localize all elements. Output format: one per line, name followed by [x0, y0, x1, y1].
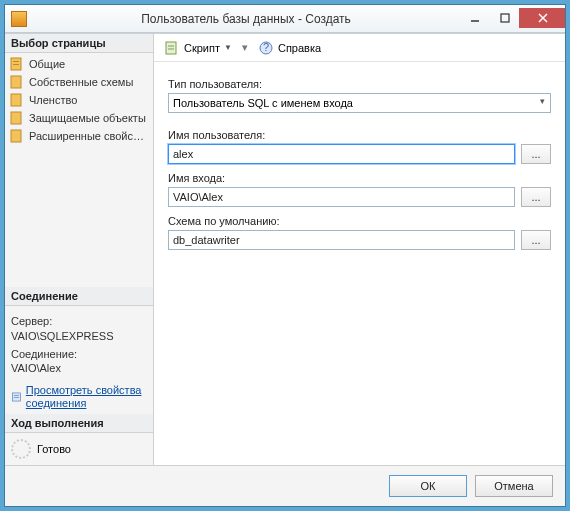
page-icon — [9, 110, 25, 126]
page-item-securables[interactable]: Защищаемые объекты — [5, 109, 153, 127]
connection-header: Соединение — [5, 287, 153, 306]
toolbar-separator: ▾ — [240, 41, 250, 54]
page-select-header: Выбор страницы — [5, 34, 153, 53]
svg-rect-8 — [11, 94, 21, 106]
server-value: VAIO\SQLEXPRESS — [11, 329, 147, 343]
chevron-down-icon: ▼ — [224, 43, 232, 52]
svg-text:?: ? — [263, 41, 269, 53]
view-connection-properties-link[interactable]: Просмотреть свойства соединения — [26, 384, 147, 410]
dialog-window: Пользователь базы данных - Создать Выбор… — [4, 4, 566, 507]
svg-rect-6 — [13, 64, 19, 65]
view-connection-properties[interactable]: Просмотреть свойства соединения — [5, 380, 153, 414]
svg-rect-14 — [166, 42, 176, 54]
toolbar: Скрипт ▼ ▾ ? Справка — [154, 34, 565, 62]
progress-block: Готово — [5, 433, 153, 465]
script-button[interactable]: Скрипт ▼ — [160, 38, 236, 58]
user-type-select[interactable]: Пользователь SQL с именем входа — [168, 93, 551, 113]
minimize-button[interactable] — [459, 8, 489, 28]
default-schema-browse-button[interactable]: ... — [521, 230, 551, 250]
server-label: Сервер: — [11, 314, 147, 328]
help-icon: ? — [258, 40, 274, 56]
user-name-browse-button[interactable]: ... — [521, 144, 551, 164]
user-type-label: Тип пользователя: — [168, 78, 551, 90]
form-area: Тип пользователя: Пользователь SQL с име… — [154, 62, 565, 258]
page-item-owned-schemas[interactable]: Собственные схемы — [5, 73, 153, 91]
svg-rect-12 — [14, 395, 19, 396]
page-item-membership[interactable]: Членство — [5, 91, 153, 109]
page-item-label: Защищаемые объекты — [29, 112, 146, 124]
dialog-footer: ОК Отмена — [5, 466, 565, 506]
connection-info: Сервер: VAIO\SQLEXPRESS Соединение: VAIO… — [5, 306, 153, 379]
connection-value: VAIO\Alex — [11, 361, 147, 375]
svg-rect-7 — [11, 76, 21, 88]
page-item-label: Собственные схемы — [29, 76, 133, 88]
page-icon — [9, 74, 25, 90]
page-icon — [9, 128, 25, 144]
connection-label: Соединение: — [11, 347, 147, 361]
user-name-label: Имя пользователя: — [168, 129, 551, 141]
user-name-input[interactable] — [168, 144, 515, 164]
svg-rect-1 — [501, 14, 509, 22]
page-item-label: Членство — [29, 94, 77, 106]
page-list: Общие Собственные схемы Членство Защищае… — [5, 53, 153, 147]
ok-button[interactable]: ОК — [389, 475, 467, 497]
page-item-label: Общие — [29, 58, 65, 70]
page-item-label: Расширенные свойства — [29, 130, 149, 142]
page-item-extended-properties[interactable]: Расширенные свойства — [5, 127, 153, 145]
close-button[interactable] — [519, 8, 565, 28]
script-label: Скрипт — [184, 42, 220, 54]
svg-rect-9 — [11, 112, 21, 124]
help-button[interactable]: ? Справка — [254, 38, 325, 58]
side-panel: Выбор страницы Общие Собственные схемы Ч… — [5, 34, 154, 465]
progress-header: Ход выполнения — [5, 414, 153, 433]
default-schema-label: Схема по умолчанию: — [168, 215, 551, 227]
app-icon — [11, 11, 27, 27]
main-panel: Скрипт ▼ ▾ ? Справка Тип пользователя: П… — [154, 34, 565, 465]
svg-rect-5 — [13, 61, 19, 62]
script-icon — [164, 40, 180, 56]
svg-rect-13 — [14, 397, 19, 398]
help-label: Справка — [278, 42, 321, 54]
login-name-input[interactable] — [168, 187, 515, 207]
progress-spinner-icon — [11, 439, 31, 459]
progress-status: Готово — [37, 443, 71, 455]
default-schema-input[interactable] — [168, 230, 515, 250]
title-bar[interactable]: Пользователь базы данных - Создать — [5, 5, 565, 33]
page-icon — [9, 56, 25, 72]
cancel-button[interactable]: Отмена — [475, 475, 553, 497]
page-icon — [9, 92, 25, 108]
maximize-button[interactable] — [489, 8, 519, 28]
login-name-label: Имя входа: — [168, 172, 551, 184]
login-name-browse-button[interactable]: ... — [521, 187, 551, 207]
window-title: Пользователь базы данных - Создать — [33, 12, 459, 26]
page-item-general[interactable]: Общие — [5, 55, 153, 73]
svg-rect-10 — [11, 130, 21, 142]
properties-icon — [11, 389, 22, 405]
